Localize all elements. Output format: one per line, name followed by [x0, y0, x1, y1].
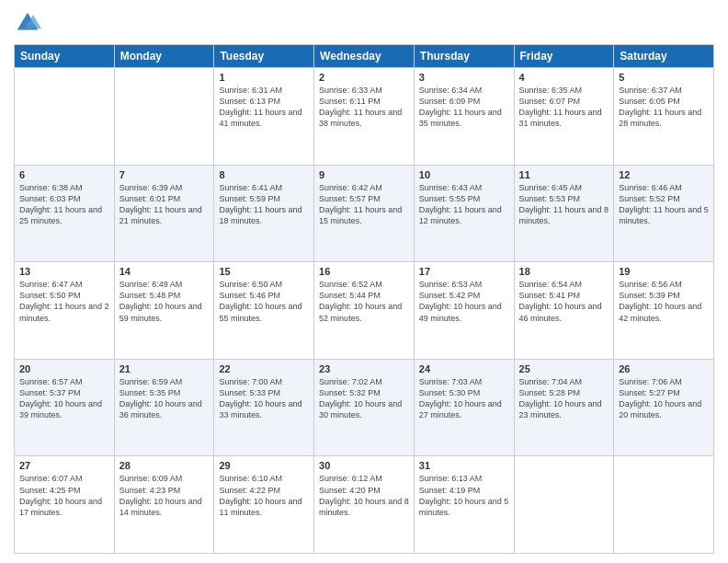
calendar-cell: 6Sunrise: 6:38 AM Sunset: 6:03 PM Daylig…: [15, 165, 115, 262]
day-info: Sunrise: 7:06 AM Sunset: 5:27 PM Dayligh…: [619, 376, 709, 421]
day-info: Sunrise: 6:42 AM Sunset: 5:57 PM Dayligh…: [319, 182, 409, 227]
day-number: 8: [219, 169, 309, 180]
calendar-cell: [15, 68, 115, 166]
calendar-cell: 2Sunrise: 6:33 AM Sunset: 6:11 PM Daylig…: [314, 68, 415, 166]
day-number: 15: [219, 266, 309, 277]
logo-icon: [14, 9, 41, 37]
day-info: Sunrise: 6:12 AM Sunset: 4:20 PM Dayligh…: [319, 473, 409, 518]
day-info: Sunrise: 6:52 AM Sunset: 5:44 PM Dayligh…: [319, 279, 409, 324]
day-number: 2: [319, 72, 409, 83]
day-info: Sunrise: 6:57 AM Sunset: 5:37 PM Dayligh…: [19, 376, 109, 421]
calendar-cell: 30Sunrise: 6:12 AM Sunset: 4:20 PM Dayli…: [314, 456, 415, 554]
day-number: 25: [519, 363, 609, 374]
day-info: Sunrise: 6:37 AM Sunset: 6:05 PM Dayligh…: [619, 85, 709, 130]
day-info: Sunrise: 6:41 AM Sunset: 5:59 PM Dayligh…: [219, 182, 309, 227]
logo: [14, 9, 45, 37]
weekday-header-row: SundayMondayTuesdayWednesdayThursdayFrid…: [15, 45, 714, 68]
weekday-header: Friday: [514, 45, 614, 68]
day-info: Sunrise: 6:45 AM Sunset: 5:53 PM Dayligh…: [519, 182, 609, 227]
day-number: 26: [619, 363, 709, 374]
calendar-cell: [114, 68, 214, 166]
day-number: 19: [619, 266, 709, 277]
day-number: 30: [319, 460, 409, 471]
calendar-week-row: 6Sunrise: 6:38 AM Sunset: 6:03 PM Daylig…: [15, 165, 714, 262]
day-number: 12: [619, 169, 709, 180]
day-number: 13: [19, 266, 109, 277]
calendar-cell: [614, 456, 714, 554]
day-info: Sunrise: 6:38 AM Sunset: 6:03 PM Dayligh…: [19, 182, 109, 227]
calendar-cell: 19Sunrise: 6:56 AM Sunset: 5:39 PM Dayli…: [614, 262, 714, 360]
day-number: 9: [319, 169, 409, 180]
calendar-cell: 5Sunrise: 6:37 AM Sunset: 6:05 PM Daylig…: [614, 68, 714, 166]
calendar-cell: 25Sunrise: 7:04 AM Sunset: 5:28 PM Dayli…: [514, 359, 614, 456]
day-number: 7: [119, 169, 210, 180]
day-number: 21: [119, 363, 210, 374]
day-info: Sunrise: 6:33 AM Sunset: 6:11 PM Dayligh…: [319, 85, 409, 130]
day-info: Sunrise: 6:47 AM Sunset: 5:50 PM Dayligh…: [19, 279, 109, 324]
calendar-table: SundayMondayTuesdayWednesdayThursdayFrid…: [14, 44, 714, 554]
day-number: 29: [219, 460, 309, 471]
day-number: 22: [219, 363, 309, 374]
day-number: 17: [419, 266, 509, 277]
calendar-week-row: 27Sunrise: 6:07 AM Sunset: 4:25 PM Dayli…: [15, 456, 714, 554]
calendar-cell: 13Sunrise: 6:47 AM Sunset: 5:50 PM Dayli…: [15, 262, 115, 360]
day-info: Sunrise: 7:02 AM Sunset: 5:32 PM Dayligh…: [319, 376, 409, 421]
calendar-week-row: 1Sunrise: 6:31 AM Sunset: 6:13 PM Daylig…: [15, 68, 714, 166]
calendar-cell: 15Sunrise: 6:50 AM Sunset: 5:46 PM Dayli…: [214, 262, 314, 360]
day-number: 6: [19, 169, 109, 180]
day-info: Sunrise: 6:10 AM Sunset: 4:22 PM Dayligh…: [219, 473, 309, 518]
day-number: 24: [419, 363, 509, 374]
day-number: 10: [419, 169, 509, 180]
calendar-cell: 10Sunrise: 6:43 AM Sunset: 5:55 PM Dayli…: [414, 165, 514, 262]
day-number: 23: [319, 363, 409, 374]
weekday-header: Monday: [114, 45, 214, 68]
calendar-cell: 18Sunrise: 6:54 AM Sunset: 5:41 PM Dayli…: [514, 262, 614, 360]
day-info: Sunrise: 6:09 AM Sunset: 4:23 PM Dayligh…: [119, 473, 210, 518]
day-number: 1: [219, 72, 309, 83]
calendar-cell: 17Sunrise: 6:53 AM Sunset: 5:42 PM Dayli…: [414, 262, 514, 360]
day-info: Sunrise: 6:59 AM Sunset: 5:35 PM Dayligh…: [119, 376, 210, 421]
calendar-week-row: 13Sunrise: 6:47 AM Sunset: 5:50 PM Dayli…: [15, 262, 714, 360]
calendar-cell: 21Sunrise: 6:59 AM Sunset: 5:35 PM Dayli…: [114, 359, 214, 456]
weekday-header: Wednesday: [314, 45, 415, 68]
calendar-cell: 29Sunrise: 6:10 AM Sunset: 4:22 PM Dayli…: [214, 456, 314, 554]
day-info: Sunrise: 6:54 AM Sunset: 5:41 PM Dayligh…: [519, 279, 609, 324]
day-number: 28: [119, 460, 210, 471]
day-info: Sunrise: 6:13 AM Sunset: 4:19 PM Dayligh…: [419, 473, 509, 518]
day-number: 18: [519, 266, 609, 277]
calendar-cell: 7Sunrise: 6:39 AM Sunset: 6:01 PM Daylig…: [114, 165, 214, 262]
calendar-cell: 16Sunrise: 6:52 AM Sunset: 5:44 PM Dayli…: [314, 262, 415, 360]
weekday-header: Saturday: [614, 45, 714, 68]
weekday-header: Thursday: [414, 45, 514, 68]
day-number: 11: [519, 169, 609, 180]
calendar-cell: 31Sunrise: 6:13 AM Sunset: 4:19 PM Dayli…: [414, 456, 514, 554]
calendar-cell: 20Sunrise: 6:57 AM Sunset: 5:37 PM Dayli…: [15, 359, 115, 456]
day-number: 20: [19, 363, 109, 374]
day-info: Sunrise: 7:00 AM Sunset: 5:33 PM Dayligh…: [219, 376, 309, 421]
day-info: Sunrise: 6:50 AM Sunset: 5:46 PM Dayligh…: [219, 279, 309, 324]
calendar-cell: 11Sunrise: 6:45 AM Sunset: 5:53 PM Dayli…: [514, 165, 614, 262]
header: [14, 9, 714, 37]
calendar-cell: 4Sunrise: 6:35 AM Sunset: 6:07 PM Daylig…: [514, 68, 614, 166]
day-number: 4: [519, 72, 609, 83]
day-number: 16: [319, 266, 409, 277]
calendar-cell: 23Sunrise: 7:02 AM Sunset: 5:32 PM Dayli…: [314, 359, 415, 456]
weekday-header: Tuesday: [214, 45, 314, 68]
day-info: Sunrise: 6:56 AM Sunset: 5:39 PM Dayligh…: [619, 279, 709, 324]
page: SundayMondayTuesdayWednesdayThursdayFrid…: [0, 0, 728, 563]
calendar-cell: 28Sunrise: 6:09 AM Sunset: 4:23 PM Dayli…: [114, 456, 214, 554]
calendar-cell: 12Sunrise: 6:46 AM Sunset: 5:52 PM Dayli…: [614, 165, 714, 262]
calendar-cell: 24Sunrise: 7:03 AM Sunset: 5:30 PM Dayli…: [414, 359, 514, 456]
day-info: Sunrise: 6:31 AM Sunset: 6:13 PM Dayligh…: [219, 85, 309, 130]
calendar-cell: 14Sunrise: 6:49 AM Sunset: 5:48 PM Dayli…: [114, 262, 214, 360]
day-info: Sunrise: 6:43 AM Sunset: 5:55 PM Dayligh…: [419, 182, 509, 227]
day-number: 14: [119, 266, 210, 277]
day-info: Sunrise: 6:35 AM Sunset: 6:07 PM Dayligh…: [519, 85, 609, 130]
day-info: Sunrise: 6:53 AM Sunset: 5:42 PM Dayligh…: [419, 279, 509, 324]
day-info: Sunrise: 6:39 AM Sunset: 6:01 PM Dayligh…: [119, 182, 210, 227]
calendar-cell: 3Sunrise: 6:34 AM Sunset: 6:09 PM Daylig…: [414, 68, 514, 166]
day-info: Sunrise: 6:46 AM Sunset: 5:52 PM Dayligh…: [619, 182, 709, 227]
day-info: Sunrise: 6:34 AM Sunset: 6:09 PM Dayligh…: [419, 85, 509, 130]
calendar-cell: 1Sunrise: 6:31 AM Sunset: 6:13 PM Daylig…: [214, 68, 314, 166]
calendar-week-row: 20Sunrise: 6:57 AM Sunset: 5:37 PM Dayli…: [15, 359, 714, 456]
